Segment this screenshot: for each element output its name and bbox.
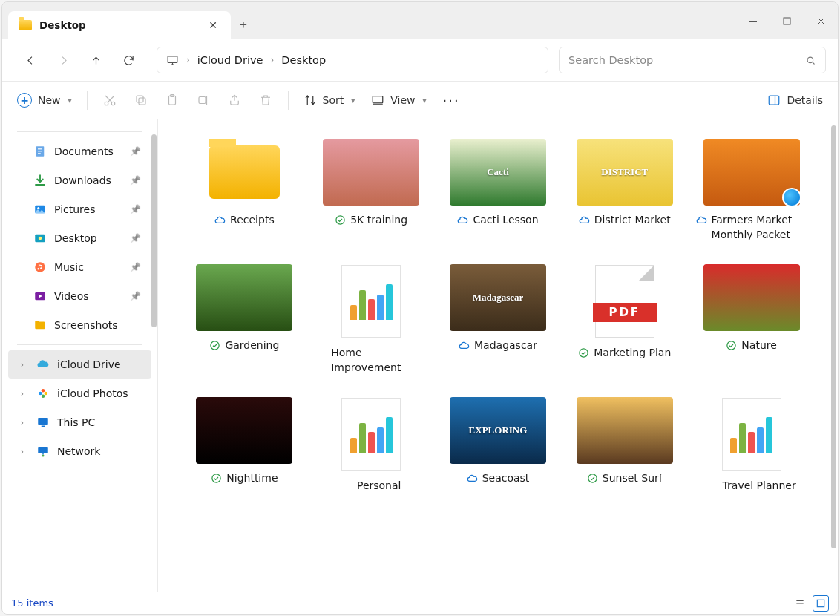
close-button[interactable] — [804, 8, 838, 33]
file-label: Sunset Surf — [587, 471, 663, 486]
minimize-button[interactable] — [735, 8, 770, 33]
item-count: 15 items — [11, 597, 53, 609]
sidebar-item-documents[interactable]: Documents📌 — [8, 137, 151, 166]
file-item[interactable]: Gardening — [188, 264, 301, 375]
chevron-right-icon[interactable]: › — [16, 389, 29, 399]
cut-button[interactable] — [95, 87, 125, 114]
refresh-button[interactable] — [112, 47, 145, 73]
file-item[interactable]: Nighttime — [188, 397, 301, 494]
sidebar-item-videos[interactable]: Videos📌 — [8, 282, 151, 310]
sidebar-item-icloud-drive[interactable]: ›iCloud Drive — [8, 350, 151, 379]
sidebar-item-this-pc[interactable]: ›This PC — [8, 408, 151, 436]
scrollbar[interactable] — [831, 125, 836, 548]
paste-button[interactable] — [157, 87, 187, 114]
file-item[interactable]: Personal — [315, 397, 428, 494]
statusbar: 15 items — [2, 592, 838, 614]
svg-rect-15 — [38, 151, 42, 151]
file-item[interactable]: Travel Planner — [695, 397, 808, 494]
file-name: 5K training — [350, 213, 407, 228]
file-item[interactable]: PDFMarketing Plan — [568, 264, 681, 375]
file-item[interactable]: EXPLORINGSeacoast — [442, 397, 555, 494]
sidebar-item-screenshots[interactable]: Screenshots — [8, 311, 151, 339]
search-input[interactable]: Search Desktop — [559, 47, 826, 73]
scrollbar[interactable] — [151, 134, 157, 327]
more-button[interactable]: ··· — [436, 87, 467, 114]
breadcrumb[interactable]: › iCloud Drive › Desktop — [157, 47, 548, 73]
breadcrumb-part[interactable]: Desktop — [281, 54, 326, 66]
tab-desktop[interactable]: Desktop ✕ — [8, 11, 231, 39]
thumbnail: Cacti — [450, 139, 546, 206]
file-item[interactable]: Nature — [695, 264, 808, 375]
icon-view-button[interactable] — [813, 595, 829, 612]
sidebar-item-network[interactable]: ›Network — [8, 437, 151, 465]
file-item[interactable]: Sunset Surf — [568, 397, 681, 494]
delete-button[interactable] — [251, 87, 280, 114]
thumbnail: EXPLORING — [450, 397, 546, 464]
file-name: Gardening — [225, 338, 279, 353]
up-button[interactable] — [79, 47, 112, 73]
svg-rect-14 — [38, 148, 42, 149]
sidebar-item-label: Desktop — [54, 232, 97, 244]
breadcrumb-part[interactable]: iCloud Drive — [197, 54, 263, 66]
thumbnail — [196, 264, 292, 331]
sidebar-item-desktop[interactable]: Desktop📌 — [8, 224, 151, 252]
svg-rect-2 — [168, 56, 177, 62]
details-button[interactable]: Details — [760, 87, 830, 114]
new-label: New — [38, 94, 61, 106]
file-label: Receipts — [214, 213, 275, 228]
sidebar-item-icloud-photos[interactable]: ›iCloud Photos — [8, 379, 151, 407]
titlebar: Desktop ✕ ＋ — [2, 2, 838, 39]
sidebar-item-label: iCloud Drive — [57, 358, 121, 370]
view-button[interactable]: View ▾ — [364, 87, 433, 114]
file-item[interactable]: Farmers Market Monthly Packet — [695, 139, 808, 242]
share-button[interactable] — [220, 87, 249, 114]
file-item[interactable]: Home Improvement — [315, 264, 428, 375]
thumbnail: Madagascar — [450, 264, 546, 331]
sort-button[interactable]: Sort ▾ — [296, 87, 363, 114]
thumbnail — [196, 139, 292, 206]
monitor-icon — [166, 54, 179, 67]
file-name: Farmers Market Monthly Packet — [712, 213, 807, 242]
file-item[interactable]: CactiCacti Lesson — [442, 139, 555, 242]
copy-button[interactable] — [126, 87, 156, 114]
new-button[interactable]: + New ▾ — [10, 87, 79, 114]
svg-point-38 — [212, 474, 220, 482]
file-item[interactable]: 5K training — [315, 139, 428, 242]
maximize-button[interactable] — [770, 8, 804, 33]
sidebar-item-label: iCloud Photos — [57, 387, 128, 399]
sidebar-item-music[interactable]: Music📌 — [8, 253, 151, 281]
file-name: Travel Planner — [723, 479, 796, 494]
file-name: Seacoast — [482, 471, 530, 486]
svg-rect-31 — [42, 426, 45, 427]
chevron-down-icon: ▾ — [423, 96, 427, 105]
sidebar-item-label: This PC — [57, 416, 95, 428]
list-view-button[interactable] — [792, 595, 808, 612]
svg-point-36 — [580, 349, 588, 357]
network-icon — [36, 445, 50, 458]
new-tab-button[interactable]: ＋ — [231, 17, 256, 33]
file-name: Nature — [741, 338, 776, 353]
sidebar-item-downloads[interactable]: Downloads📌 — [8, 166, 151, 194]
svg-point-20 — [39, 237, 42, 240]
svg-rect-1 — [784, 18, 790, 24]
rename-button[interactable] — [188, 87, 218, 114]
sidebar: Documents📌Downloads📌Pictures📌Desktop📌Mus… — [2, 119, 158, 592]
file-label: Madagascar — [459, 338, 537, 353]
sidebar-item-pictures[interactable]: Pictures📌 — [8, 195, 151, 223]
iphotos-icon — [36, 387, 50, 400]
chevron-right-icon[interactable]: › — [16, 360, 29, 370]
file-item[interactable]: MadagascarMadagascar — [442, 264, 555, 375]
back-button[interactable] — [14, 47, 47, 73]
file-item[interactable]: Receipts — [188, 139, 301, 242]
chevron-right-icon[interactable]: › — [16, 447, 29, 456]
file-item[interactable]: DISTRICTDistrict Market — [568, 139, 681, 242]
pin-icon: 📌 — [130, 204, 141, 214]
file-explorer-window: Desktop ✕ ＋ › iCloud Drive › Desktop Sea… — [1, 1, 839, 615]
thumbnail — [703, 139, 800, 206]
close-icon[interactable]: ✕ — [206, 16, 220, 34]
file-name: Nighttime — [226, 471, 278, 486]
sidebar-item-label: Downloads — [54, 174, 111, 186]
content-area[interactable]: Receipts5K trainingCactiCacti LessonDIST… — [158, 119, 838, 592]
chevron-right-icon[interactable]: › — [16, 418, 29, 427]
forward-button[interactable] — [47, 47, 79, 73]
